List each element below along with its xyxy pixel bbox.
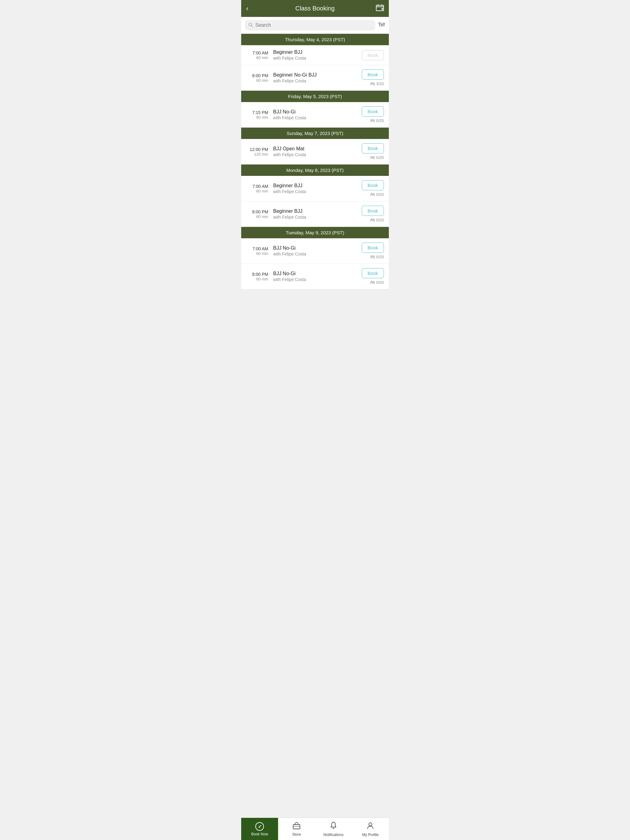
class-action: Book 0/25 [359,143,384,160]
class-info: Beginner BJJwith Felipe Costa [273,183,359,194]
class-duration: 60 min [246,78,268,83]
svg-point-18 [371,156,372,158]
class-time-value: 7:00 AM [246,246,268,251]
people-icon [370,119,375,123]
class-duration: 60 min [246,55,268,60]
capacity-value: 0/20 [376,280,384,285]
class-info: BJJ No-Giwith Felipe Costa [273,245,359,256]
class-item: 8:00 PM60 minBeginner No-Gi BJJwith Feli… [241,65,389,91]
svg-point-22 [371,219,372,220]
class-name: Beginner No-Gi BJJ [273,72,359,78]
class-time: 12:00 PM120 min [246,147,268,156]
date-header-0: Thursday, May 4, 2023 (PST) [241,34,389,45]
nav-my-profile-label: My Profile [362,833,378,837]
profile-icon [367,821,374,831]
class-item: 8:00 PM60 minBeginner BJJwith Felipe Cos… [241,201,389,227]
book-button[interactable]: Book [362,180,384,190]
nav-book-now[interactable]: Book Now [241,818,278,840]
class-name: BJJ No-Gi [273,245,359,251]
svg-point-23 [373,219,374,220]
search-input-wrap[interactable] [245,20,375,30]
filter-icon[interactable] [378,22,385,29]
people-icon [370,156,375,159]
nav-notifications-label: Notifications [323,833,343,837]
class-info: BJJ No-Giwith Felipe Costa [273,109,359,120]
book-button[interactable]: Book [362,206,384,216]
date-header-3: Monday, May 8, 2023 (PST) [241,164,389,176]
svg-point-27 [373,281,374,282]
nav-my-profile[interactable]: My Profile [352,818,389,840]
svg-rect-28 [293,825,300,829]
book-button[interactable]: Book [362,243,384,253]
class-instructor: with Felipe Costa [273,78,359,83]
people-icon [370,218,375,222]
class-info: Beginner BJJwith Felipe Costa [273,208,359,219]
class-duration: 60 min [246,214,268,219]
class-time: 7:00 AM60 min [246,184,268,193]
class-time: 8:00 PM60 min [246,73,268,83]
book-button[interactable]: Book [362,69,384,80]
class-name: BJJ No-Gi [273,109,359,115]
class-time-value: 7:15 PM [246,110,268,115]
date-header-4: Tuesday, May 9, 2023 (PST) [241,227,389,238]
class-time-value: 8:00 PM [246,272,268,277]
class-time-value: 7:00 AM [246,184,268,189]
class-instructor: with Felipe Costa [273,277,359,282]
book-button[interactable]: Book [362,106,384,117]
book-button[interactable]: Book [362,143,384,153]
capacity-info: 0/20 [370,280,384,285]
class-instructor: with Felipe Costa [273,189,359,194]
people-icon [370,193,375,196]
class-instructor: with Felipe Costa [273,251,359,256]
capacity-value: 0/20 [376,254,384,259]
class-action: Book 3/20 [359,69,384,86]
class-name: Beginner BJJ [273,183,359,188]
nav-store-label: Store [292,832,301,837]
class-time-value: 8:00 PM [246,73,268,78]
book-now-icon [255,822,264,831]
class-time-value: 12:00 PM [246,147,268,152]
bottom-nav: Book Now Store Notifications My Pro [241,818,389,840]
search-input[interactable] [255,22,372,28]
nav-store[interactable]: Store [278,818,315,840]
class-item: 7:00 AM60 minBJJ No-Giwith Felipe CostaB… [241,238,389,264]
svg-point-11 [381,24,383,26]
svg-point-13 [383,23,385,25]
page-title: Class Booking [256,5,374,12]
people-icon [370,82,375,86]
class-name: BJJ No-Gi [273,271,359,276]
class-duration: 60 min [246,277,268,281]
svg-point-19 [373,156,374,158]
main-content: Thursday, May 4, 2023 (PST)7:00 AM60 min… [241,34,389,840]
class-name: Beginner BJJ [273,49,359,55]
back-button[interactable]: ‹ [246,5,256,13]
svg-point-16 [371,119,372,121]
capacity-value: 0/25 [376,155,384,160]
class-info: Beginner No-Gi BJJwith Felipe Costa [273,72,359,83]
calendar-icon[interactable] [374,4,384,13]
capacity-value: 0/20 [376,192,384,197]
class-instructor: with Felipe Costa [273,115,359,120]
class-name: Beginner BJJ [273,208,359,214]
class-duration: 120 min [246,152,268,156]
search-icon [249,23,253,28]
class-action: Book 0/25 [359,106,384,123]
search-bar [241,17,389,34]
store-icon [293,822,301,831]
date-header-2: Sunday, May 7, 2023 (PST) [241,128,389,139]
class-time: 7:00 AM60 min [246,246,268,256]
nav-notifications[interactable]: Notifications [315,818,352,840]
capacity-info: 0/25 [370,155,384,160]
class-time-value: 8:00 PM [246,209,268,214]
capacity-info: 3/20 [370,82,384,86]
class-item: 7:00 AM60 minBeginner BJJwith Felipe Cos… [241,176,389,201]
svg-point-9 [379,22,380,24]
class-item: 12:00 PM120 minBJJ Open Matwith Felipe C… [241,139,389,164]
book-button[interactable]: Book [362,268,384,278]
class-time: 7:00 AM60 min [246,51,268,60]
class-instructor: with Felipe Costa [273,56,359,61]
svg-point-15 [373,82,374,84]
class-action: Book 0/20 [359,268,384,285]
class-info: BJJ Open Matwith Felipe Costa [273,146,359,157]
svg-line-7 [251,25,253,27]
